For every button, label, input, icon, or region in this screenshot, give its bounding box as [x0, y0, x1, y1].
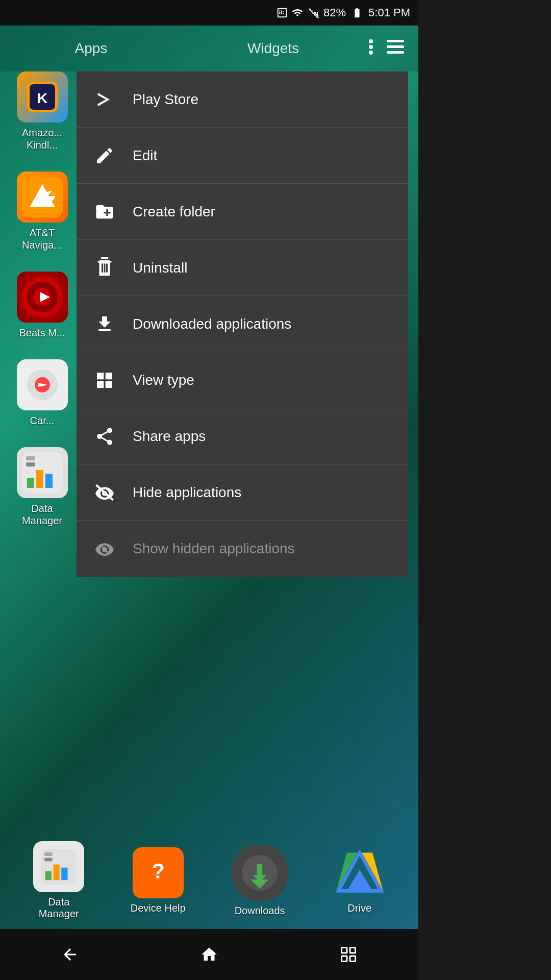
top-bar: Apps Widgets [0, 26, 418, 71]
data-manager-icon [17, 447, 68, 498]
downloaded-apps-icon [92, 311, 117, 337]
recents-button[interactable] [324, 940, 373, 969]
svg-point-0 [369, 39, 373, 43]
svg-rect-49 [342, 948, 347, 953]
att-icon [17, 172, 68, 223]
menu-button[interactable] [383, 36, 408, 62]
menu-item-share-apps[interactable]: Share apps [77, 408, 408, 464]
battery-icon [349, 7, 365, 18]
svg-rect-25 [26, 456, 35, 460]
svg-rect-50 [350, 948, 356, 953]
home-button[interactable] [185, 940, 234, 969]
view-type-icon [92, 368, 117, 393]
dock-drive-label: Drive [347, 902, 371, 914]
att-logo [22, 177, 63, 217]
app-grid: K Amazo...Kindl... AT&TNaviga... Bea [0, 71, 79, 547]
att-label: AT&TNaviga... [22, 227, 62, 251]
beats-label: Beats M... [19, 327, 65, 339]
dock-item-data-manager[interactable]: DataManager [33, 841, 84, 920]
svg-rect-27 [101, 257, 109, 259]
svg-rect-21 [27, 478, 34, 488]
svg-rect-37 [54, 865, 60, 880]
car-label: Car... [30, 414, 55, 427]
car-icon-bg [17, 359, 68, 410]
nfc-icon [277, 7, 288, 18]
dock-device-help-label: Device Help [131, 902, 186, 914]
svg-rect-22 [36, 470, 43, 488]
menu-item-show-hidden[interactable]: Show hidden applications [77, 521, 408, 577]
car-logo [22, 364, 63, 405]
menu-item-hide-apps[interactable]: Hide applications [77, 464, 408, 521]
back-icon [61, 945, 79, 964]
hamburger-icon [387, 40, 404, 54]
dock-downloads-icon [232, 845, 288, 901]
dock-device-help-icon: ? [133, 847, 184, 898]
kindle-label: Amazo...Kindl... [22, 127, 62, 151]
uninstall-label: Uninstall [133, 260, 187, 276]
more-options-button[interactable] [364, 35, 378, 63]
svg-rect-31 [104, 263, 106, 273]
nav-bar [0, 929, 418, 980]
app-item-kindle[interactable]: K Amazo...Kindl... [0, 71, 79, 151]
dock-device-help-logo: ? [140, 855, 176, 891]
status-bar: 82% 5:01 PM [0, 0, 418, 26]
view-type-label: View type [133, 372, 194, 388]
beats-icon [17, 272, 68, 323]
dock-downloads-label: Downloads [235, 905, 285, 917]
context-menu: Play Store Edit Create folder [77, 71, 408, 577]
app-item-car[interactable]: Car... [0, 359, 79, 427]
uninstall-icon [92, 255, 117, 281]
play-store-icon [92, 87, 117, 112]
svg-rect-24 [26, 462, 35, 467]
play-store-label: Play Store [133, 91, 198, 108]
time-text: 5:01 PM [368, 6, 410, 19]
app-item-beats[interactable]: Beats M... [0, 272, 79, 339]
tab-apps[interactable]: Apps [0, 26, 182, 71]
dock-drive-logo [334, 850, 385, 896]
app-item-att[interactable]: AT&TNaviga... [0, 172, 79, 251]
svg-rect-52 [342, 956, 347, 962]
bottom-dock: DataManager ? Device Help Downloads [0, 832, 418, 929]
menu-item-edit[interactable]: Edit [77, 128, 408, 184]
menu-item-create-folder[interactable]: Create folder [77, 184, 408, 240]
hide-apps-icon [92, 480, 117, 505]
dock-item-drive[interactable]: Drive [334, 847, 385, 914]
menu-item-uninstall[interactable]: Uninstall [77, 240, 408, 296]
app-item-data-manager[interactable]: DataManager [0, 447, 79, 527]
svg-point-1 [369, 45, 373, 49]
dock-item-device-help[interactable]: ? Device Help [131, 847, 186, 914]
create-folder-icon [92, 199, 117, 225]
dock-data-manager-logo [41, 849, 77, 885]
svg-rect-39 [44, 858, 53, 862]
svg-rect-51 [350, 956, 356, 962]
dock-downloads-logo [242, 855, 278, 891]
menu-item-downloaded-apps[interactable]: Downloaded applications [77, 296, 408, 352]
menu-item-view-type[interactable]: View type [77, 352, 408, 408]
svg-rect-38 [62, 868, 68, 880]
kindle-logo: K [27, 82, 58, 112]
show-hidden-label: Show hidden applications [133, 541, 295, 557]
back-button[interactable] [45, 940, 94, 969]
menu-item-play-store[interactable]: Play Store [77, 71, 408, 128]
svg-point-2 [369, 51, 373, 55]
svg-rect-30 [102, 263, 103, 273]
edit-label: Edit [133, 148, 157, 164]
downloaded-apps-label: Downloaded applications [133, 316, 291, 332]
data-manager-logo [22, 452, 63, 493]
dock-item-downloads[interactable]: Downloads [232, 845, 288, 917]
top-bar-actions [364, 35, 418, 63]
edit-icon [92, 143, 117, 168]
status-icons: 82% 5:01 PM [277, 6, 410, 19]
svg-rect-3 [387, 40, 404, 42]
svg-marker-46 [347, 869, 372, 891]
hide-apps-label: Hide applications [133, 484, 241, 501]
beats-logo [22, 277, 63, 317]
svg-text:?: ? [152, 859, 165, 883]
svg-rect-23 [45, 474, 53, 488]
data-manager-label: DataManager [22, 502, 62, 527]
share-apps-icon [92, 424, 117, 449]
svg-rect-4 [387, 45, 404, 48]
tab-widgets[interactable]: Widgets [182, 26, 364, 71]
svg-text:K: K [37, 90, 47, 106]
dock-drive-icon [334, 847, 385, 898]
